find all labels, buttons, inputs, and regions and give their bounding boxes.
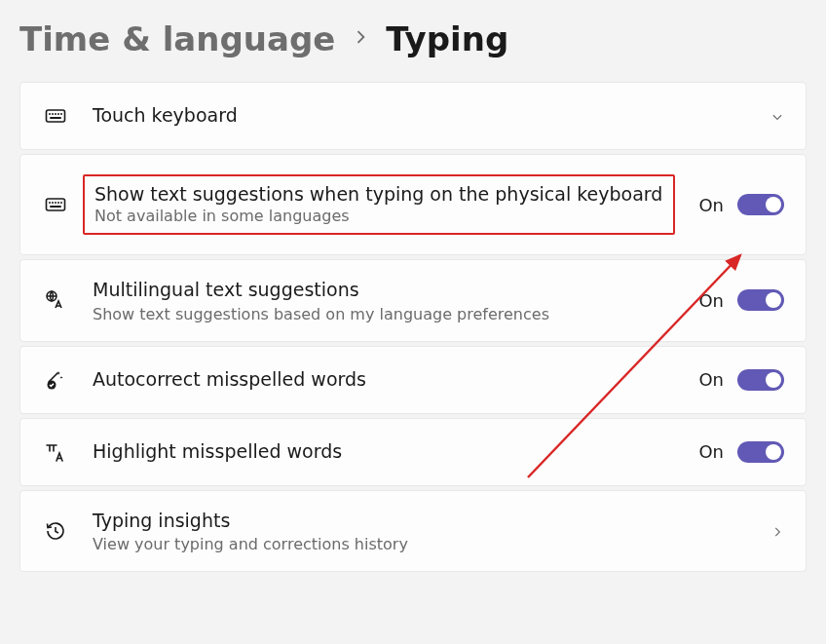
annotation-highlight-box: Show text suggestions when typing on the… xyxy=(83,174,675,236)
breadcrumb-parent[interactable]: Time & language xyxy=(19,19,335,58)
row-title: Touch keyboard xyxy=(93,103,747,129)
toggle-text-suggestions[interactable] xyxy=(737,194,784,215)
row-title: Multilingual text suggestions xyxy=(93,278,675,303)
toggle-state-label: On xyxy=(698,290,724,311)
row-typing-insights[interactable]: Typing insights View your typing and cor… xyxy=(19,490,807,573)
breadcrumb-separator-icon xyxy=(351,27,370,52)
row-touch-keyboard[interactable]: Touch keyboard xyxy=(19,82,807,150)
keyboard-icon xyxy=(42,191,69,218)
chevron-right-icon xyxy=(770,524,784,538)
row-title: Autocorrect misspelled words xyxy=(93,367,675,393)
wand-check-icon xyxy=(42,366,69,394)
row-autocorrect: Autocorrect misspelled words On xyxy=(19,346,807,414)
row-multilingual-suggestions: Multilingual text suggestions Show text … xyxy=(19,259,807,342)
breadcrumb-current: Typing xyxy=(386,19,508,58)
svg-rect-0 xyxy=(47,110,65,122)
toggle-state-label: On xyxy=(698,369,724,390)
row-title: Highlight misspelled words xyxy=(93,439,675,465)
row-highlight-misspelled: Highlight misspelled words On xyxy=(19,418,807,486)
toggle-highlight-misspelled[interactable] xyxy=(737,441,784,463)
svg-rect-7 xyxy=(47,199,65,210)
row-title: Typing insights xyxy=(93,509,747,534)
chevron-down-icon xyxy=(770,109,784,123)
globe-translate-icon xyxy=(42,286,69,314)
highlight-text-icon xyxy=(42,438,69,466)
toggle-autocorrect[interactable] xyxy=(737,369,784,391)
toggle-state-label: On xyxy=(698,195,724,215)
row-title: Show text suggestions when typing on the… xyxy=(94,182,663,208)
toggle-multilingual[interactable] xyxy=(737,289,784,311)
toggle-state-label: On xyxy=(698,441,724,462)
keyboard-icon xyxy=(42,102,69,130)
row-text-suggestions: Show text suggestions when typing on the… xyxy=(19,154,807,255)
breadcrumb: Time & language Typing xyxy=(0,0,826,82)
row-subtitle: Not available in some languages xyxy=(94,207,663,225)
row-subtitle: Show text suggestions based on my langua… xyxy=(93,305,675,323)
row-subtitle: View your typing and corrections history xyxy=(93,535,747,553)
settings-list: Touch keyboard Show text suggestions whe… xyxy=(0,82,826,572)
history-icon xyxy=(42,517,69,545)
